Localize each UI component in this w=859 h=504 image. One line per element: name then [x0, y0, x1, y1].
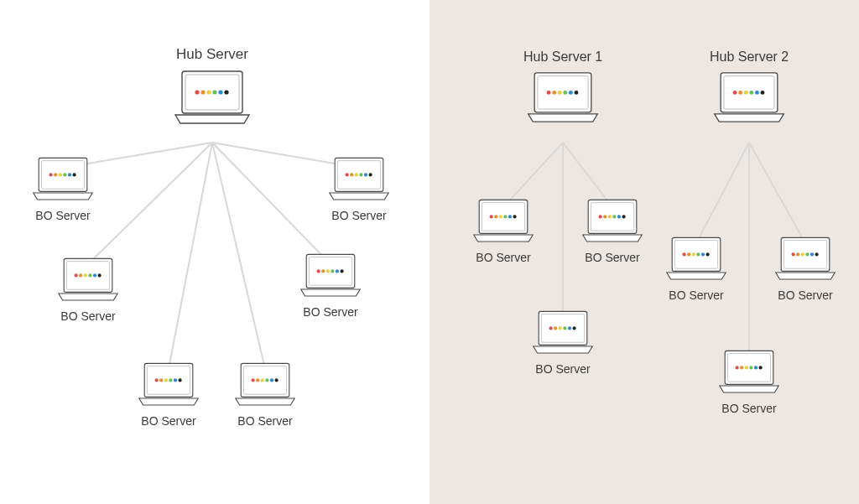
svg-point-119 — [759, 366, 763, 369]
svg-point-93 — [563, 326, 566, 330]
svg-rect-80 — [588, 200, 637, 233]
svg-point-23 — [369, 173, 372, 176]
svg-rect-8 — [39, 158, 87, 191]
svg-point-36 — [326, 269, 330, 273]
svg-rect-16 — [335, 158, 383, 191]
svg-point-69 — [749, 91, 753, 95]
label-left-bo-tr: BO Server — [325, 209, 393, 223]
node-right-h1-bo-l: BO Server — [470, 197, 537, 265]
svg-point-79 — [513, 215, 517, 218]
svg-point-43 — [159, 378, 163, 382]
laptop-icon — [232, 361, 299, 409]
svg-point-90 — [549, 326, 553, 330]
svg-point-92 — [559, 326, 562, 330]
svg-point-84 — [608, 215, 612, 218]
svg-point-30 — [93, 273, 96, 277]
svg-point-82 — [599, 215, 602, 218]
svg-point-106 — [792, 252, 795, 256]
svg-rect-104 — [781, 237, 830, 271]
svg-point-53 — [265, 378, 268, 382]
svg-point-4 — [206, 91, 211, 95]
svg-point-7 — [224, 91, 228, 95]
svg-point-110 — [810, 252, 814, 256]
svg-rect-96 — [672, 237, 721, 271]
label-right-h2-bo-r: BO Server — [772, 288, 839, 303]
svg-point-2 — [195, 91, 199, 95]
laptop-icon — [170, 68, 254, 128]
svg-point-34 — [317, 269, 320, 273]
svg-point-11 — [54, 173, 57, 176]
node-left-bo-ml: BO Server — [55, 256, 122, 324]
svg-point-42 — [155, 378, 159, 382]
laptop-icon — [55, 256, 122, 304]
svg-point-28 — [84, 273, 87, 277]
svg-point-115 — [740, 366, 743, 369]
svg-point-108 — [801, 252, 804, 256]
svg-point-102 — [701, 252, 705, 256]
svg-point-44 — [164, 378, 168, 382]
svg-point-116 — [745, 366, 748, 369]
svg-point-54 — [270, 378, 273, 382]
svg-rect-64 — [721, 73, 778, 112]
svg-point-87 — [622, 215, 626, 218]
node-right-h2-bo-r: BO Server — [772, 235, 839, 303]
svg-point-76 — [499, 215, 502, 218]
svg-point-37 — [331, 269, 334, 273]
svg-point-6 — [218, 91, 222, 95]
svg-point-35 — [321, 269, 325, 273]
svg-point-3 — [200, 91, 205, 95]
node-left-hub: Hub Server — [170, 46, 254, 133]
node-left-bo-br: BO Server — [232, 361, 299, 429]
laptop-icon — [135, 361, 202, 409]
svg-point-14 — [68, 173, 71, 176]
svg-point-58 — [547, 91, 551, 95]
laptop-icon — [29, 155, 96, 204]
svg-rect-72 — [479, 200, 528, 233]
svg-point-20 — [355, 173, 358, 176]
svg-point-101 — [696, 252, 700, 256]
laptop-icon — [523, 70, 602, 127]
svg-rect-32 — [306, 254, 355, 288]
laptop-icon — [710, 70, 789, 127]
svg-point-62 — [569, 91, 573, 95]
svg-point-52 — [261, 378, 264, 382]
svg-point-10 — [49, 173, 53, 176]
svg-rect-0 — [182, 71, 242, 113]
svg-point-38 — [336, 269, 339, 273]
node-left-bo-mr: BO Server — [297, 252, 364, 320]
svg-point-55 — [275, 378, 279, 382]
node-right-h1-bo-r: BO Server — [579, 197, 646, 265]
node-right-h2-bo-b: BO Server — [716, 348, 783, 416]
svg-point-61 — [563, 91, 567, 95]
svg-point-117 — [749, 366, 752, 369]
svg-point-103 — [706, 252, 710, 256]
node-left-bo-bl: BO Server — [135, 361, 202, 429]
svg-point-60 — [558, 91, 562, 95]
svg-point-68 — [744, 91, 748, 95]
svg-rect-112 — [725, 351, 773, 384]
node-left-bo-tr: BO Server — [325, 155, 393, 223]
svg-rect-56 — [534, 73, 591, 112]
svg-point-5 — [212, 91, 216, 95]
line-l-hub-bo-ml — [88, 143, 212, 264]
node-right-h2-bo-l: BO Server — [663, 235, 730, 303]
label-left-hub: Hub Server — [170, 46, 254, 63]
node-left-bo-tl: BO Server — [29, 155, 96, 223]
svg-point-31 — [98, 273, 102, 277]
svg-point-51 — [256, 378, 259, 382]
svg-point-118 — [754, 366, 757, 369]
svg-point-75 — [494, 215, 497, 218]
svg-point-111 — [815, 252, 819, 256]
node-right-h1-bo-b: BO Server — [529, 309, 596, 377]
label-left-bo-ml: BO Server — [55, 309, 122, 324]
svg-point-95 — [573, 326, 576, 330]
svg-point-109 — [805, 252, 809, 256]
label-right-h1-bo-r: BO Server — [579, 251, 646, 265]
svg-point-50 — [252, 378, 255, 382]
label-right-hub1: Hub Server 1 — [523, 49, 602, 65]
svg-point-100 — [692, 252, 695, 256]
svg-point-39 — [341, 269, 344, 273]
svg-point-77 — [503, 215, 507, 218]
svg-point-67 — [738, 91, 742, 95]
laptop-icon — [325, 155, 393, 204]
